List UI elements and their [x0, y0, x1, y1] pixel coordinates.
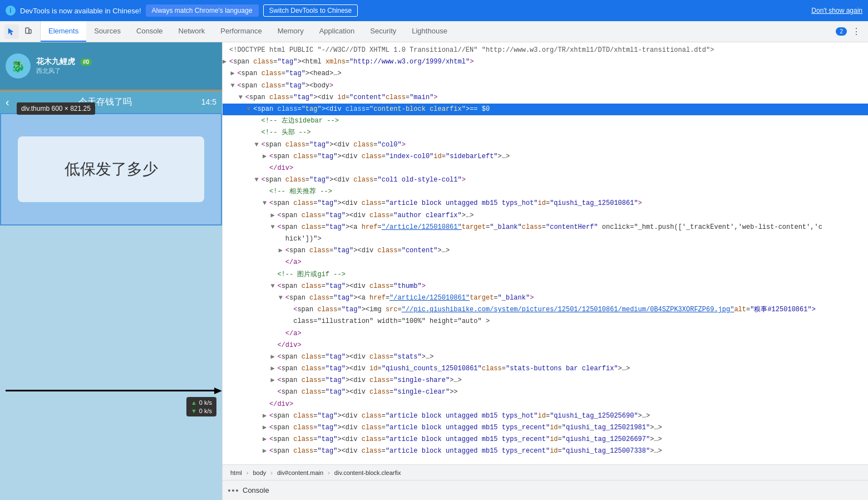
- console-menu-icon[interactable]: [228, 489, 238, 492]
- expand-arrow[interactable]: ▶: [223, 57, 229, 67]
- dont-show-button[interactable]: Don't show again: [811, 7, 862, 14]
- dom-line[interactable]: ▶ <span class="tag"><div class="stats">……: [223, 351, 868, 363]
- expand-arrow[interactable]: ▶: [230, 68, 237, 79]
- element-picker-button[interactable]: [4, 24, 19, 39]
- dom-line[interactable]: ▶ <span class="tag"><div class="article …: [223, 434, 868, 445]
- expand-arrow[interactable]: ▼: [279, 293, 285, 303]
- user-badge: #0: [80, 58, 92, 66]
- expand-arrow: [255, 116, 262, 126]
- dom-line[interactable]: ▶ <span class="tag"><html xmlns="http://…: [223, 56, 868, 68]
- breadcrumb-item[interactable]: div#content.main: [274, 468, 327, 477]
- expand-arrow[interactable]: ▼: [263, 198, 269, 209]
- dom-line[interactable]: <span class="tag"><div class="single-cle…: [223, 386, 868, 398]
- dom-line[interactable]: <!-- 头部 -->: [223, 127, 868, 139]
- dom-line[interactable]: <!-- 相关推荐 -->: [223, 186, 868, 198]
- speed-indicator: ▲ 0 k/s ▼ 0 k/s: [186, 397, 216, 416]
- more-options-button[interactable]: ⋮: [849, 24, 864, 39]
- breadcrumb-item[interactable]: div.content-block.clearfix: [331, 468, 405, 477]
- dom-line[interactable]: </div>: [223, 163, 868, 174]
- expand-arrow[interactable]: ▼: [255, 140, 262, 150]
- expand-arrow[interactable]: ▼: [230, 81, 237, 91]
- dom-line[interactable]: ▼ <span class="tag"><div class="content-…: [223, 104, 868, 115]
- breadcrumb-item[interactable]: body: [249, 468, 269, 477]
- device-toolbar-button[interactable]: [21, 24, 36, 39]
- tab-memory[interactable]: Memory: [270, 21, 312, 42]
- expand-arrow[interactable]: ▶: [279, 246, 285, 256]
- expand-arrow: [255, 128, 262, 138]
- dom-tree[interactable]: <!DOCTYPE html PUBLIC "-//W3C//DTD XHTML…: [223, 42, 868, 464]
- dom-line[interactable]: ▼ <span class="tag"><div class="col0">: [223, 139, 868, 151]
- notif-message: DevTools is now available in Chinese!: [20, 7, 141, 15]
- tab-lighthouse[interactable]: Lighthouse: [404, 21, 455, 42]
- dom-line[interactable]: ▶ <span class="tag"><div class="article …: [223, 422, 868, 434]
- expand-arrow[interactable]: ▶: [263, 411, 269, 421]
- dom-line[interactable]: ▶ <span class="tag"><div class="content"…: [223, 245, 868, 257]
- dom-line[interactable]: ▼ <span class="tag"><div class="article …: [223, 198, 868, 209]
- nav-time: 14:5: [201, 97, 216, 106]
- dom-line[interactable]: ▶ <span class="tag"><div class="index-co…: [223, 151, 868, 163]
- expand-arrow[interactable]: ▶: [263, 446, 269, 457]
- expand-arrow: [263, 187, 269, 197]
- dom-line[interactable]: ▶ <span class="tag"><div class="article …: [223, 410, 868, 422]
- switch-devtools-button[interactable]: Switch DevTools to Chinese: [263, 4, 358, 17]
- tab-elements[interactable]: Elements: [41, 21, 86, 42]
- dom-line[interactable]: ▼ <span class="tag"><div id="content" cl…: [223, 92, 868, 104]
- toolbar-icons: [0, 21, 41, 42]
- dom-line[interactable]: ▶ <span class="tag"><div class="author c…: [223, 210, 868, 222]
- match-language-button[interactable]: Always match Chrome's language: [146, 4, 259, 17]
- avatar: 🐉: [6, 53, 31, 79]
- tab-network[interactable]: Network: [171, 21, 213, 42]
- main-content-text: 低保发了多少: [18, 136, 204, 202]
- tab-sources[interactable]: Sources: [86, 21, 129, 42]
- expand-arrow[interactable]: ▼: [270, 222, 277, 233]
- expand-arrow: [263, 399, 269, 410]
- dom-line[interactable]: ▶ <span class="tag"><div class="single-s…: [223, 375, 868, 386]
- toolbar-right: 2 ⋮: [831, 24, 868, 39]
- expand-arrow[interactable]: ▼: [270, 281, 277, 292]
- notification-bar: i DevTools is now available in Chinese! …: [0, 0, 868, 21]
- expand-arrow[interactable]: ▼: [246, 104, 253, 115]
- dom-line[interactable]: ▶ <span class="tag"><head>…>: [223, 68, 868, 80]
- expand-arrow[interactable]: ▼: [239, 92, 245, 103]
- tab-security[interactable]: Security: [362, 21, 404, 42]
- expand-arrow[interactable]: ▶: [270, 375, 277, 386]
- expand-arrow[interactable]: ▶: [270, 364, 277, 374]
- expand-arrow: [279, 234, 285, 244]
- tab-application[interactable]: Application: [312, 21, 363, 42]
- tab-console[interactable]: Console: [129, 21, 171, 42]
- dom-line[interactable]: </div>: [223, 399, 868, 410]
- dom-line[interactable]: ▶ <span class="tag"><div class="article …: [223, 445, 868, 457]
- dom-line[interactable]: </a>: [223, 257, 868, 268]
- expand-arrow: [270, 387, 277, 398]
- dom-line[interactable]: </a>: [223, 328, 868, 340]
- expand-arrow[interactable]: ▶: [270, 352, 277, 362]
- expand-arrow: [279, 257, 285, 268]
- dom-line[interactable]: <!-- 图片或gif -->: [223, 269, 868, 281]
- dom-line[interactable]: ▼ <span class="tag"><a href="/article/12…: [223, 222, 868, 233]
- expand-arrow: [287, 316, 293, 327]
- expand-arrow[interactable]: ▶: [263, 423, 269, 433]
- dom-line[interactable]: ▼ <span class="tag"><div class="thumb">: [223, 281, 868, 292]
- dom-line[interactable]: <span class="tag"><img src="//pic.qiushi…: [223, 304, 868, 316]
- dom-line[interactable]: ▼ <span class="tag"><a href="/article/12…: [223, 292, 868, 304]
- dom-line[interactable]: ▼ <span class="tag"><body>: [223, 80, 868, 92]
- dom-line[interactable]: class="illustration" width="100%" height…: [223, 316, 868, 327]
- dom-line[interactable]: ▼ <span class="tag"><div class="col1 old…: [223, 174, 868, 186]
- dom-line[interactable]: <!-- 左边sidebar -->: [223, 115, 868, 127]
- dom-line[interactable]: </div>: [223, 340, 868, 351]
- tab-performance[interactable]: Performance: [213, 21, 269, 42]
- dom-line[interactable]: <!DOCTYPE html PUBLIC "-//W3C//DTD XHTML…: [223, 45, 868, 56]
- expand-arrow: [223, 45, 229, 56]
- expand-arrow[interactable]: ▶: [263, 434, 269, 445]
- expand-arrow[interactable]: ▶: [270, 210, 277, 221]
- nav-back-button[interactable]: ‹: [6, 96, 9, 109]
- expand-arrow: [270, 269, 277, 280]
- expand-arrow[interactable]: ▼: [255, 175, 262, 185]
- breadcrumb-item[interactable]: html: [227, 468, 245, 477]
- upload-arrow-icon: ▲: [191, 399, 197, 406]
- expand-arrow[interactable]: ▶: [263, 151, 269, 162]
- user-sub: 西北风了: [36, 67, 92, 75]
- dom-line[interactable]: ▶ <span class="tag"><div id="qiushi_coun…: [223, 363, 868, 375]
- dom-line[interactable]: hick'])">: [223, 233, 868, 245]
- svg-rect-1: [29, 30, 31, 33]
